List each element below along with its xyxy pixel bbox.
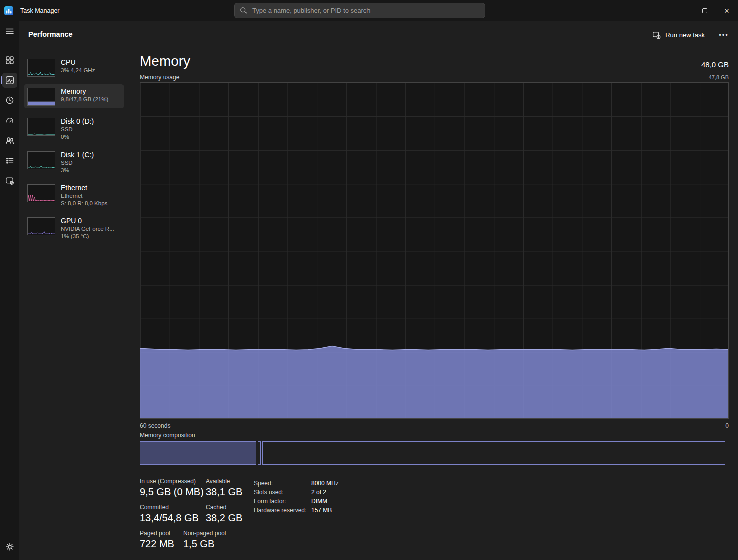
sidebar-item-title: Memory [61,87,108,96]
sidebar-item-cpu[interactable]: CPU 3% 4,24 GHz [24,55,124,79]
sidebar-item-ethernet[interactable]: Ethernet Ethernet S: 8,0 R: 8,0 Kbps [24,181,124,210]
hw-label: Form factor: [254,497,311,506]
memory-usage-chart [140,82,729,419]
titlebar: Task Manager ✕ [0,0,738,21]
sidebar-item-disk0[interactable]: Disk 0 (D:) SSD 0% [24,114,124,144]
usage-axis-max: 47,8 GB [709,74,729,80]
composition-modified-segment [258,441,261,465]
sidebar-item-title: CPU [61,58,95,67]
users-icon [5,136,14,145]
stat-label: Paged pool [140,530,183,537]
sidebar-item-stat: SSD [61,126,94,133]
sidebar-item-stat: 9,8/47,8 GB (21%) [61,96,108,103]
stat-label: Committed [140,504,206,511]
hardware-info: Speed: 8000 MHz Slots used: 2 of 2 Form … [254,479,339,515]
stat-value: 13,4/54,8 GB [140,512,206,524]
page-title: Performance [28,30,73,38]
sidebar-item-stat: Ethernet [61,192,107,200]
disk0-minigraph [27,118,55,136]
hw-value: 2 of 2 [311,488,326,497]
stat-value: 722 MB [140,538,183,550]
sidebar-item-stat2: 3% [61,167,94,174]
task-manager-logo-icon [4,6,13,15]
composition-standby-segment [262,441,725,465]
services-icon [5,176,14,185]
hw-value: 8000 MHz [311,479,339,488]
stat-label: In use (Compressed) [140,478,206,485]
hw-label: Slots used: [254,488,311,497]
composition-in-use-segment [140,441,256,465]
cpu-minigraph [27,59,55,77]
app-title: Task Manager [20,7,60,14]
rail-item-startup-apps[interactable] [0,110,19,130]
navigation-rail [0,21,19,560]
chart-time-right: 0 [725,422,729,429]
hw-label: Speed: [254,479,311,488]
maximize-icon [702,8,707,13]
close-button[interactable]: ✕ [716,0,738,21]
stat-value: 1,5 GB [183,538,226,550]
stat-label: Cached [206,504,242,511]
sidebar-item-stat: NVIDIA GeForce R... [61,225,114,233]
memory-composition-bar [140,441,729,465]
sidebar-item-stat2: 0% [61,133,94,141]
memory-capacity: 48,0 GB [701,60,729,69]
maximize-button[interactable] [694,0,716,21]
startup-apps-icon [5,116,14,125]
minimize-button[interactable] [672,0,694,21]
minimize-icon [680,11,685,11]
app-history-icon [5,96,14,105]
sidebar-item-stat2: 1% (35 °C) [61,233,114,240]
rail-item-users[interactable] [0,130,19,151]
memory-stats: In use (Compressed) 9,5 GB (0 MB) Availa… [140,478,242,556]
run-new-task-label: Run new task [665,31,705,39]
settings-gear-icon [5,542,14,551]
sidebar-item-gpu0[interactable]: GPU 0 NVIDIA GeForce R... 1% (35 °C) [24,214,124,243]
rail-item-services[interactable] [0,171,19,191]
stat-value: 9,5 GB (0 MB) [140,486,206,498]
performance-sidebar: CPU 3% 4,24 GHz Memory 9,8/47,8 GB (21%)… [24,55,124,266]
more-options-button[interactable]: ••• [716,27,732,42]
search-box[interactable] [234,3,485,18]
run-new-task-icon [652,31,661,39]
stat-value: 38,1 GB [206,486,242,498]
gpu-minigraph [27,217,55,235]
search-icon [240,7,248,14]
memory-usage-area [140,83,728,418]
ellipsis-icon: ••• [719,31,729,39]
memory-composition-label: Memory composition [140,432,195,439]
menu-button[interactable] [0,21,19,41]
sidebar-item-stat2: S: 8,0 R: 8,0 Kbps [61,200,107,207]
stat-label: Non-paged pool [183,530,226,537]
rail-item-performance[interactable] [0,70,19,90]
processes-icon [5,56,14,65]
sidebar-item-disk1[interactable]: Disk 1 (C:) SSD 3% [24,148,124,177]
rail-item-settings[interactable] [0,537,19,557]
sidebar-item-memory[interactable]: Memory 9,8/47,8 GB (21%) [24,84,124,108]
sidebar-item-title: Disk 1 (C:) [61,150,94,159]
hw-value: 157 MB [311,506,332,515]
search-input[interactable] [252,7,480,14]
memory-minigraph [27,88,55,106]
disk1-minigraph [27,151,55,169]
performance-icon [5,76,14,85]
sidebar-item-stat: 3% 4,24 GHz [61,67,95,74]
stat-value: 38,2 GB [206,512,242,524]
hw-label: Hardware reserved: [254,506,311,515]
hw-value: DIMM [311,497,327,506]
sidebar-item-title: GPU 0 [61,216,114,225]
chart-time-left: 60 seconds [140,422,170,429]
hamburger-icon [5,27,14,36]
memory-panel-title: Memory [140,53,190,69]
rail-item-details[interactable] [0,151,19,171]
rail-item-app-history[interactable] [0,90,19,110]
close-icon: ✕ [724,8,730,14]
sidebar-item-stat: SSD [61,159,94,167]
memory-usage-label: Memory usage [140,74,179,81]
sidebar-item-title: Ethernet [61,183,107,192]
sidebar-item-title: Disk 0 (D:) [61,117,94,126]
ethernet-minigraph [27,184,55,202]
rail-item-processes[interactable] [0,50,19,70]
details-icon [5,156,14,165]
run-new-task-button[interactable]: Run new task [647,27,710,42]
